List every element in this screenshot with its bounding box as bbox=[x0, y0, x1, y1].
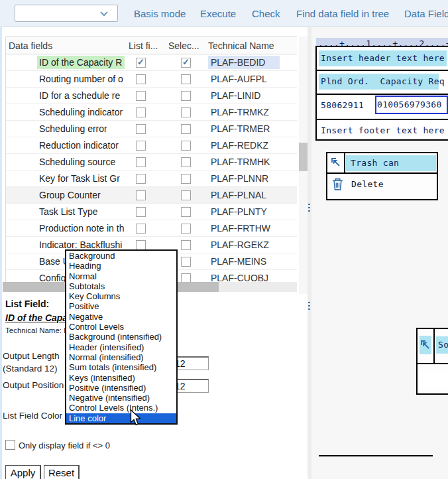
selection-checkbox[interactable] bbox=[181, 91, 191, 101]
sort-box-divider bbox=[418, 363, 448, 364]
selection-checkbox[interactable] bbox=[181, 74, 191, 84]
list-field-checkbox[interactable] bbox=[136, 124, 146, 134]
list-field-checkbox[interactable] bbox=[136, 224, 146, 234]
table-row[interactable]: Reduction indicatorPLAF-REDKZ bbox=[6, 137, 297, 154]
footer-text[interactable]: Insert footer text here bbox=[321, 122, 445, 139]
sort-label[interactable]: Sor bbox=[436, 340, 448, 350]
vertical-scrollbar-thumb[interactable] bbox=[299, 143, 308, 171]
table-row[interactable]: Scheduling indicatorPLAF-TRMKZ bbox=[6, 104, 297, 121]
table-row[interactable]: Production note in thPLAF-FRTHW bbox=[6, 220, 297, 237]
technical-name: PLAF-TRMHK bbox=[208, 155, 272, 169]
dock-arrow-icon[interactable] bbox=[331, 157, 341, 168]
order-number-cell[interactable]: 58062911 bbox=[321, 97, 364, 114]
selection-checkbox[interactable] bbox=[181, 240, 191, 250]
output-position-input[interactable] bbox=[172, 379, 209, 393]
data-field-button[interactable]: Data Field in bbox=[404, 8, 448, 19]
selected-field-cell[interactable]: 010056979360 bbox=[375, 96, 448, 114]
selection-checkbox[interactable] bbox=[181, 257, 191, 267]
color-option[interactable]: Header (intensified) bbox=[66, 342, 176, 352]
selection-checkbox[interactable] bbox=[181, 107, 191, 117]
technical-name: PLAF-BEDID bbox=[208, 56, 280, 69]
sort-icon-highlight[interactable] bbox=[420, 336, 431, 354]
sort-box-divider bbox=[433, 329, 435, 363]
list-field-checkbox[interactable] bbox=[136, 207, 146, 217]
apply-button[interactable]: Apply bbox=[5, 465, 41, 479]
header-text-highlight[interactable]: Insert header text here bbox=[319, 50, 447, 66]
table-row[interactable]: Key for Task List GrPLAF-PLNNR bbox=[6, 171, 297, 187]
preview-divider bbox=[317, 94, 448, 95]
table-row[interactable]: ID of the Capacity RPLAF-BEDID bbox=[6, 54, 297, 71]
color-option[interactable]: Heading bbox=[66, 261, 176, 271]
color-option[interactable]: Normal bbox=[66, 271, 176, 281]
dock-arrow-icon bbox=[420, 340, 431, 350]
color-option[interactable]: Positive (intensified) bbox=[66, 383, 176, 393]
color-option[interactable]: Keys (intensified) bbox=[66, 373, 176, 383]
list-field-checkbox[interactable] bbox=[136, 107, 146, 117]
sort-empty-cell[interactable] bbox=[420, 371, 448, 388]
list-field-checkbox[interactable] bbox=[136, 58, 146, 68]
trash-icon[interactable] bbox=[332, 178, 343, 190]
list-field-checkbox[interactable] bbox=[136, 141, 146, 151]
selection-checkbox[interactable] bbox=[181, 273, 191, 282]
trash-label[interactable]: Trash can bbox=[346, 158, 399, 168]
color-option[interactable]: Control Levels (Intens.) bbox=[66, 403, 176, 413]
table-row[interactable]: Group CounterPLAF-PLNAL bbox=[6, 187, 297, 204]
pane-left-edge bbox=[0, 27, 2, 479]
table-row[interactable]: Scheduling errorPLAF-TRMER bbox=[6, 121, 297, 137]
table-row[interactable]: Task List TypePLAF-PLNTY bbox=[6, 204, 297, 220]
list-field-checkbox[interactable] bbox=[136, 74, 146, 84]
splitter-grip-icon bbox=[308, 302, 310, 311]
list-field-checkbox[interactable] bbox=[136, 157, 146, 167]
table-row[interactable]: ID for a schedule rePLAF-LINID bbox=[6, 88, 297, 104]
header-selected[interactable]: Selec... bbox=[168, 40, 199, 51]
selection-checkbox[interactable] bbox=[181, 207, 191, 217]
sort-label-highlight[interactable]: Sor bbox=[436, 336, 448, 354]
header-data-fields: Data fields bbox=[9, 40, 52, 51]
table-row[interactable]: Scheduling sourcePLAF-TRMHK bbox=[6, 154, 297, 171]
trash-label-highlight[interactable]: Trash can bbox=[346, 155, 436, 171]
chevron-down-icon bbox=[100, 11, 108, 17]
selection-checkbox[interactable] bbox=[181, 141, 191, 151]
color-option[interactable]: Positive bbox=[66, 301, 176, 311]
list-field-checkbox[interactable] bbox=[136, 91, 146, 101]
color-option[interactable]: Negative (intensified) bbox=[66, 393, 176, 403]
list-field-checkbox[interactable] bbox=[136, 240, 146, 250]
output-length-input[interactable] bbox=[172, 356, 209, 370]
header-list-field[interactable]: List fi... bbox=[129, 40, 158, 51]
check-button[interactable]: Check bbox=[252, 8, 280, 19]
color-option[interactable]: Line color bbox=[66, 413, 176, 423]
color-option[interactable]: Normal (intensified) bbox=[66, 352, 176, 362]
column-header-text[interactable]: Plnd Ord. Capacity Req bbox=[319, 76, 445, 86]
vertical-scrollbar[interactable] bbox=[299, 36, 308, 294]
reset-button[interactable]: Reset bbox=[44, 465, 80, 479]
layout-combobox[interactable] bbox=[15, 5, 118, 22]
selection-checkbox[interactable] bbox=[181, 190, 191, 200]
basis-mode-button[interactable]: Basis mode bbox=[134, 8, 186, 19]
selection-checkbox[interactable] bbox=[181, 224, 191, 234]
color-option[interactable]: Negative bbox=[66, 312, 176, 322]
list-field-label: List Field: bbox=[5, 299, 49, 309]
header-text[interactable]: Insert header text here bbox=[319, 53, 445, 63]
color-option[interactable]: Background bbox=[66, 251, 176, 261]
list-field-checkbox[interactable] bbox=[136, 174, 146, 184]
delete-label[interactable]: Delete bbox=[351, 178, 384, 191]
execute-button[interactable]: Execute bbox=[200, 8, 236, 19]
color-option[interactable]: Subtotals bbox=[66, 281, 176, 291]
find-data-field-button[interactable]: Find data field in tree bbox=[296, 8, 389, 19]
selection-checkbox[interactable] bbox=[181, 157, 191, 167]
column-header-highlight[interactable]: Plnd Ord. Capacity Req bbox=[319, 74, 439, 90]
technical-name: PLAF-LINID bbox=[208, 89, 263, 102]
color-option[interactable]: Key Columns bbox=[66, 291, 176, 301]
selection-checkbox[interactable] bbox=[181, 174, 191, 184]
color-option[interactable]: Background (intensified) bbox=[66, 332, 176, 342]
selection-checkbox[interactable] bbox=[181, 58, 191, 68]
field-name: Group Counter bbox=[37, 188, 103, 202]
color-option[interactable]: Control Levels bbox=[66, 322, 176, 332]
selection-checkbox[interactable] bbox=[181, 124, 191, 134]
mouse-cursor bbox=[130, 409, 142, 427]
table-row[interactable]: Routing number of oPLAF-AUFPL bbox=[6, 71, 297, 88]
only-display-checkbox[interactable] bbox=[5, 440, 15, 450]
color-option[interactable]: Sum totals (intensified) bbox=[66, 362, 176, 372]
list-field-checkbox[interactable] bbox=[136, 190, 146, 200]
footer-rule bbox=[319, 455, 433, 456]
